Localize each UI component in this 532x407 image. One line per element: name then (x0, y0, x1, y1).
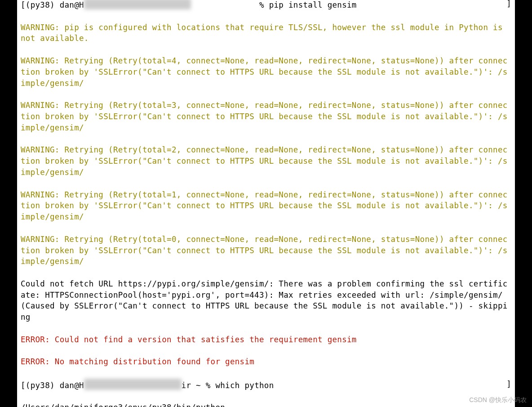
prompt-command: ir ~ % which python (182, 381, 274, 390)
warning-line: WARNING: Retrying (Retry(total=3, connec… (17, 100, 515, 133)
prompt-line: [(py38) dan@Hxxxxxxxxxxxxxxxxxxxxxx % pi… (17, 0, 515, 11)
blurred-hostname: xxxxxxxxxxxxxxxxxxxxxx (84, 0, 191, 9)
blurred-hostname: xxxxxxxxxxxxxxxxxxxx (84, 379, 182, 390)
error-line: ERROR: No matching distribution found fo… (17, 356, 515, 367)
output-line: Could not fetch URL https://pypi.org/sim… (17, 278, 515, 323)
terminal-window: dan — -zsh — 80×28 zstd 1.4.9 hd783eca_0… (17, 0, 515, 407)
warning-line: WARNING: pip is configured with location… (17, 22, 515, 45)
prompt-prefix: (py38) dan@H (26, 0, 84, 9)
error-line: ERROR: Could not find a version that sat… (17, 334, 515, 345)
prompt-line: [(py38) dan@Hxxxxxxxxxxxxxxxxxxxxir ~ % … (17, 379, 515, 391)
output-line: /Users/dan/miniforge3/envs/py38/bin/pyth… (17, 402, 515, 407)
prompt-prefix: (py38) dan@H (26, 381, 84, 390)
warning-line: WARNING: Retrying (Retry(total=0, connec… (17, 234, 515, 267)
warning-line: WARNING: Retrying (Retry(total=2, connec… (17, 144, 515, 178)
terminal-body[interactable]: zstd 1.4.9 hd783eca_0 [(py38) dan@Hxxxxx… (17, 0, 515, 407)
warning-line: WARNING: Retrying (Retry(total=1, connec… (17, 189, 515, 223)
prompt-command: % pip install gensim (191, 0, 356, 9)
watermark: CSDN @快乐小码农 (469, 396, 527, 404)
warning-line: WARNING: Retrying (Retry(total=4, connec… (17, 55, 515, 89)
